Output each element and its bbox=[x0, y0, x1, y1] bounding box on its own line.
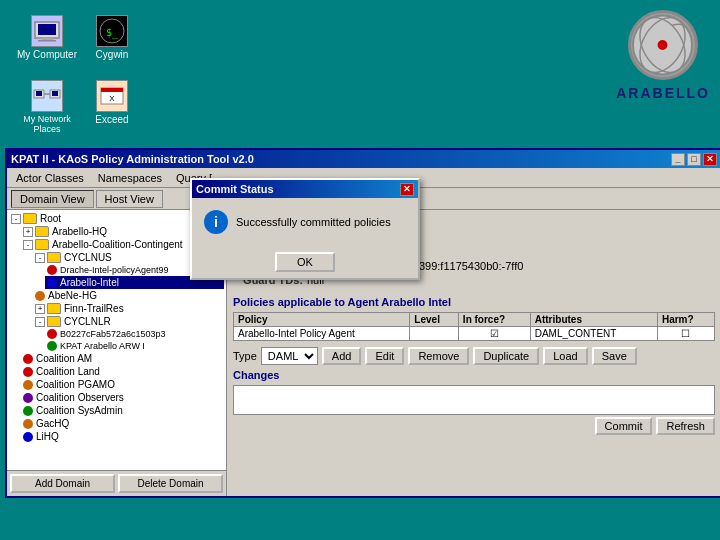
modal-info-icon: i bbox=[204, 210, 228, 234]
modal-overlay: Commit Status ✕ i Successfully committed… bbox=[0, 0, 720, 540]
commit-status-dialog: Commit Status ✕ i Successfully committed… bbox=[190, 178, 420, 280]
modal-footer: OK bbox=[192, 246, 418, 278]
modal-close-button[interactable]: ✕ bbox=[400, 183, 414, 196]
modal-titlebar: Commit Status ✕ bbox=[192, 180, 418, 198]
modal-message: Successfully committed policies bbox=[236, 216, 391, 228]
modal-ok-button[interactable]: OK bbox=[275, 252, 335, 272]
modal-content: i Successfully committed policies bbox=[192, 198, 418, 246]
modal-title: Commit Status bbox=[196, 183, 274, 195]
